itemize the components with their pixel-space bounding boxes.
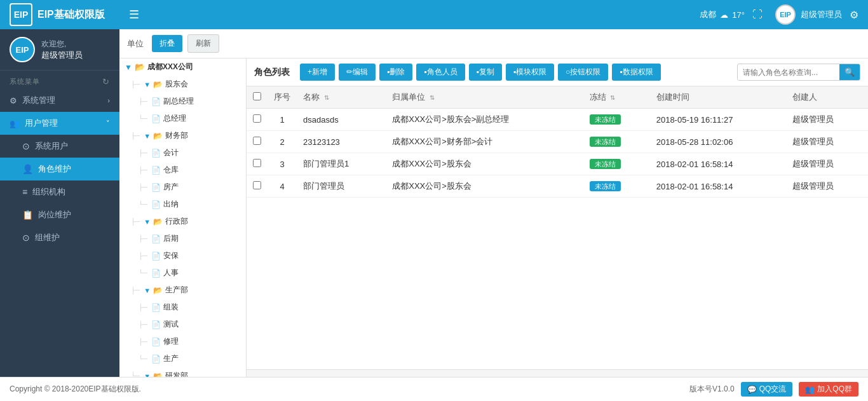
tree-node-ceshi[interactable]: ├─ 📄 测试 — [119, 316, 246, 333]
row-creator: 超级管理员 — [786, 109, 868, 131]
node-label: 组装 — [163, 302, 179, 313]
tree-node-xiuli[interactable]: ├─ 📄 修理 — [119, 333, 246, 350]
left-panel-toolbar: 单位 折叠 刷新 — [119, 29, 868, 58]
tree-node-zuzhuang[interactable]: ├─ 📄 组装 — [119, 299, 246, 316]
fullscreen-icon[interactable]: ⛶ — [752, 9, 763, 20]
footer: Copyright © 2018-2020EIP基础权限版. 版本号V1.0.0… — [0, 377, 868, 401]
node-label: 会计 — [163, 147, 179, 158]
sidebar-item-label: 系统用户 — [35, 140, 68, 152]
delete-button[interactable]: ▪删除 — [379, 64, 412, 81]
new-button[interactable]: +新增 — [300, 64, 335, 81]
horizontal-scrollbar[interactable] — [247, 369, 868, 377]
search-input[interactable] — [738, 65, 839, 80]
split-pane: ▼ 📂 成都XXX公司 ├─ ▼ 📂 股东会 ├─ 📄 副总经理 └─ — [119, 58, 868, 377]
sidebar-item-group-maint[interactable]: ⊙ 组维护 — [0, 226, 119, 249]
copy-button[interactable]: ▪复制 — [469, 64, 502, 81]
sidebar-item-role-maint[interactable]: 👤 角色维护 — [0, 158, 119, 180]
sidebar-item-system-mgmt[interactable]: ⚙ 系统管理 › — [0, 89, 119, 112]
tree-node-fzjl[interactable]: ├─ 📄 副总经理 — [119, 93, 246, 110]
tree-node-anbao[interactable]: ├─ 📄 安保 — [119, 247, 246, 264]
row-checkbox[interactable] — [253, 137, 261, 145]
table-row[interactable]: 2 23123123 成都XXX公司>财务部>会计 未冻结 2018-05-28… — [247, 131, 868, 153]
row-checkbox[interactable] — [253, 181, 261, 189]
node-label: 副总经理 — [163, 96, 194, 107]
file-icon: 📄 — [151, 97, 161, 106]
group-icon: ⊙ — [22, 233, 30, 243]
sidebar-item-label: 岗位维护 — [38, 209, 71, 221]
node-label: 生产 — [163, 353, 179, 364]
tree-lines: ├─ — [131, 132, 140, 139]
sort-name-icon[interactable]: ⇅ — [324, 94, 329, 101]
unit-label: 单位 — [127, 38, 144, 50]
tree-node-root[interactable]: ▼ 📂 成都XXX公司 — [119, 58, 246, 76]
sort-unit-icon[interactable]: ⇅ — [430, 94, 435, 101]
tree-node-shengchan[interactable]: ├─ ▼ 📂 生产部 — [119, 282, 246, 299]
file-icon: 📄 — [151, 166, 161, 175]
sidebar-item-label: 角色维护 — [38, 163, 71, 175]
tree-node-caiwu[interactable]: ├─ ▼ 📂 财务部 — [119, 127, 246, 144]
table-row[interactable]: 1 dsadasds 成都XXX公司>股东会>副总经理 未冻结 2018-05-… — [247, 109, 868, 131]
tree-lines: └─ — [139, 355, 147, 362]
tree-node-fangchan[interactable]: ├─ 📄 房产 — [119, 179, 246, 196]
tree-node-kuaiji[interactable]: ├─ 📄 会计 — [119, 144, 246, 161]
tree-node-cangku[interactable]: ├─ 📄 仓库 — [119, 161, 246, 179]
logo-area: EIP EIP基础权限版 — [10, 3, 129, 26]
sidebar-item-system-user[interactable]: ⊙ 系统用户 — [0, 135, 119, 158]
role-person-button[interactable]: ▪角色人员 — [416, 64, 465, 81]
row-checkbox[interactable] — [253, 114, 261, 123]
tree-node-chuna[interactable]: └─ 📄 出纳 — [119, 196, 246, 213]
btn-perm-button[interactable]: ○按钮权限 — [558, 64, 608, 81]
row-name: 23123123 — [297, 131, 386, 153]
sidebar-item-left: ⚙ 系统管理 — [10, 95, 55, 106]
expand-icon: ▼ — [144, 218, 151, 226]
search-button[interactable]: 🔍 — [839, 64, 860, 80]
module-perm-button[interactable]: ▪模块权限 — [506, 64, 554, 81]
tree-node-yanfa[interactable]: └─ ▼ 📂 研发部 — [119, 367, 246, 377]
data-table-wrapper: 序号 名称 ⇅ 归属单位 ⇅ 冻结 — [247, 86, 868, 369]
table-row[interactable]: 3 部门管理员1 成都XXX公司>股东会 未冻结 2018-02-01 16:5… — [247, 153, 868, 175]
qq-chat-button[interactable]: 💬 QQ交流 — [741, 382, 793, 397]
edit-button[interactable]: ✏编辑 — [339, 64, 376, 81]
users-icon: 👥 — [10, 119, 20, 128]
sidebar-item-post-maint[interactable]: 📋 岗位维护 — [0, 203, 119, 226]
sidebar-item-user-mgmt[interactable]: 👥 用户管理 ˅ — [0, 112, 119, 135]
file-icon: 📄 — [151, 149, 161, 158]
row-frozen: 未冻结 — [583, 109, 650, 131]
row-checkbox[interactable] — [253, 159, 261, 167]
node-label: 总经理 — [163, 113, 186, 124]
weather-icon: ☁ — [720, 10, 728, 20]
settings-icon[interactable]: ⚙ — [850, 9, 858, 21]
refresh-button[interactable]: 刷新 — [187, 34, 219, 53]
sidebar-item-label: 组织机构 — [32, 186, 65, 198]
header-username: 超级管理员 — [801, 9, 842, 20]
tree-node-zjl[interactable]: └─ 📄 总经理 — [119, 110, 246, 127]
qq-icon: 💬 — [747, 385, 757, 394]
tree-node-gudong[interactable]: ├─ ▼ 📂 股东会 — [119, 76, 246, 93]
tree-node-sc[interactable]: └─ 📄 生产 — [119, 350, 246, 367]
fold-button[interactable]: 折叠 — [152, 35, 182, 52]
sidebar-refresh-icon[interactable]: ↻ — [102, 77, 110, 86]
top-header: EIP EIP基础权限版 ☰ 成都 ☁ 17° ⛶ EIP 超级管理员 ⚙ — [0, 0, 868, 29]
tree-node-houqi[interactable]: ├─ 📄 后期 — [119, 230, 246, 247]
row-name: 部门管理员1 — [297, 153, 386, 175]
folder-icon: 📂 — [153, 286, 163, 295]
menu-toggle-icon[interactable]: ☰ — [129, 8, 139, 22]
data-perm-button[interactable]: ▪数据权限 — [612, 64, 660, 81]
tree-node-renshi[interactable]: └─ 📄 人事 — [119, 264, 246, 282]
node-label: 房产 — [163, 182, 179, 193]
tree-lines: ├─ — [131, 218, 140, 225]
row-created-time: 2018-05-28 11:02:06 — [650, 131, 786, 153]
table-row[interactable]: 4 部门管理员 成都XXX公司>股东会 未冻结 2018-02-01 16:58… — [247, 175, 868, 198]
logo-text: EIP — [14, 10, 29, 20]
sort-frozen-icon[interactable]: ⇅ — [610, 94, 615, 101]
join-qq-button[interactable]: 👥 加入QQ群 — [799, 382, 858, 397]
col-name: 名称 ⇅ — [297, 86, 386, 109]
col-creator: 创建人 — [786, 86, 868, 109]
sidebar-item-org-struct[interactable]: ≡ 组织机构 — [0, 180, 119, 203]
tree-node-xingzheng[interactable]: ├─ ▼ 📂 行政部 — [119, 213, 246, 230]
table-panel: 角色列表 +新增 ✏编辑 ▪删除 ▪角色人员 ▪复制 ▪模块权限 ○按钮权限 ▪… — [247, 58, 868, 377]
expand-icon: ▼ — [144, 132, 151, 140]
tree-lines: ├─ — [131, 81, 140, 88]
select-all-checkbox[interactable] — [253, 92, 261, 100]
row-name: dsadasds — [297, 109, 386, 131]
